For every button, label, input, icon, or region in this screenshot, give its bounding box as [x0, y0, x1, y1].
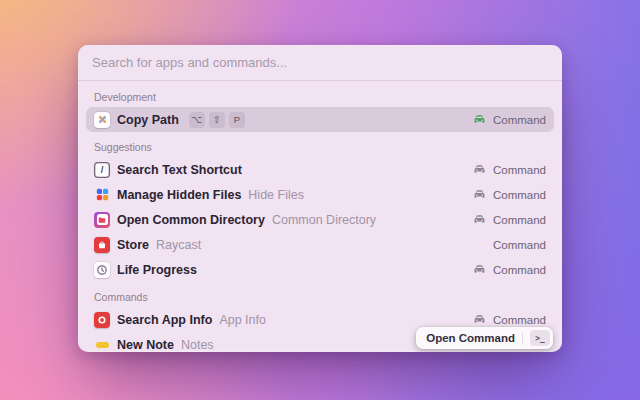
item-subtitle: Notes [181, 338, 214, 352]
section-header: Commands [86, 282, 554, 307]
open-command-button[interactable]: Open Command >_ [416, 327, 553, 349]
item-subtitle: App Info [219, 313, 266, 327]
item-title: Manage Hidden Files [117, 188, 241, 202]
item-type-label: Command [493, 264, 546, 276]
car-icon [473, 213, 487, 227]
car-icon [473, 113, 487, 127]
car-icon [473, 313, 487, 327]
item-title: Open Common Directory [117, 213, 265, 227]
button-divider [522, 332, 523, 345]
common-directory-icon [94, 212, 110, 228]
list-item-open-common-directory[interactable]: Open Common DirectoryCommon DirectoryCom… [86, 207, 554, 232]
item-subtitle: Hide Files [248, 188, 304, 202]
item-type-label: Command [493, 164, 546, 176]
new-note-icon [94, 337, 110, 353]
list-item-search-text-shortcut[interactable]: /Search Text ShortcutCommand [86, 157, 554, 182]
app-info-icon [94, 312, 110, 328]
keycap: ⇧ [209, 112, 225, 128]
life-progress-icon [94, 262, 110, 278]
item-type-label: Command [493, 114, 546, 126]
open-command-label: Open Command [426, 332, 515, 344]
item-type-label: Command [493, 214, 546, 226]
results-list: DevelopmentCopy Path⌥⇧PCommandSuggestion… [78, 81, 562, 352]
item-accessories: Command [473, 113, 546, 127]
search-bar [78, 45, 562, 81]
item-title: Search Text Shortcut [117, 163, 242, 177]
list-item-manage-hidden-files[interactable]: Manage Hidden FilesHide FilesCommand [86, 182, 554, 207]
terminal-key-icon: >_ [530, 330, 550, 346]
text-shortcut-icon: / [94, 162, 110, 178]
section-suggestions: Suggestions/Search Text ShortcutCommandM… [86, 132, 554, 282]
car-icon [473, 263, 487, 277]
item-type-label: Command [493, 314, 546, 326]
keycap: ⌥ [189, 112, 205, 128]
store-icon [94, 237, 110, 253]
item-subtitle: Raycast [156, 238, 201, 252]
keycap: P [229, 112, 245, 128]
section-header: Development [86, 82, 554, 107]
shortcut-keys: ⌥⇧P [189, 112, 245, 128]
item-accessories: Command [473, 163, 546, 177]
desktop-background: DevelopmentCopy Path⌥⇧PCommandSuggestion… [0, 0, 640, 400]
list-item-store[interactable]: StoreRaycastCommand [86, 232, 554, 257]
item-title: New Note [117, 338, 174, 352]
hidden-files-icon [94, 187, 110, 203]
car-icon [473, 188, 487, 202]
item-accessories: Command [493, 239, 546, 251]
item-type-label: Command [493, 239, 546, 251]
item-title: Search App Info [117, 313, 212, 327]
item-subtitle: Common Directory [272, 213, 376, 227]
section-header: Suggestions [86, 132, 554, 157]
list-item-copy-path[interactable]: Copy Path⌥⇧PCommand [86, 107, 554, 132]
section-development: DevelopmentCopy Path⌥⇧PCommand [86, 82, 554, 132]
launcher-window: DevelopmentCopy Path⌥⇧PCommandSuggestion… [78, 45, 562, 352]
item-type-label: Command [493, 189, 546, 201]
list-item-life-progress[interactable]: Life ProgressCommand [86, 257, 554, 282]
copy-path-extension-icon [94, 112, 110, 128]
search-input[interactable] [90, 54, 550, 71]
item-accessories: Command [473, 188, 546, 202]
note-icon-bar [96, 342, 109, 348]
item-accessories: Command [473, 313, 546, 327]
car-icon [473, 163, 487, 177]
item-title: Copy Path [117, 113, 179, 127]
item-accessories: Command [473, 263, 546, 277]
item-accessories: Command [473, 213, 546, 227]
item-title: Life Progress [117, 263, 197, 277]
item-title: Store [117, 238, 149, 252]
